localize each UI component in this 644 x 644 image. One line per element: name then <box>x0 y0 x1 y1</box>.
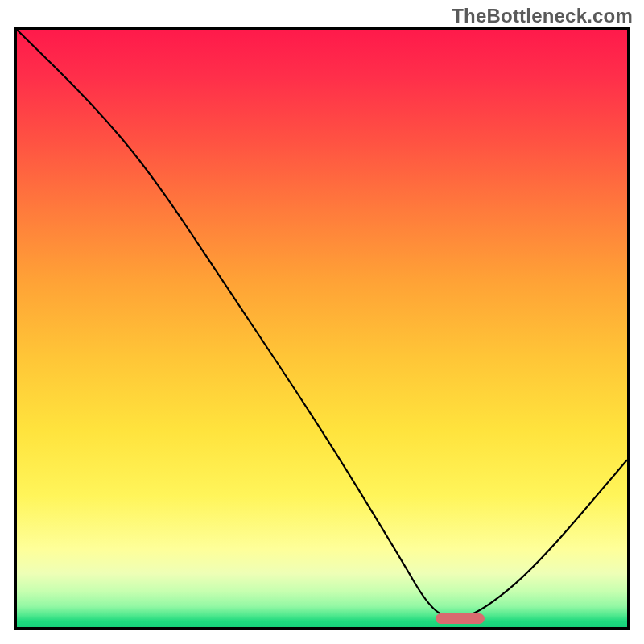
watermark-label: TheBottleneck.com <box>452 5 633 27</box>
plot-frame <box>14 27 630 630</box>
curve-path <box>17 30 627 617</box>
optimal-marker <box>436 613 485 624</box>
chart-container: TheBottleneck.com <box>0 0 644 644</box>
bottleneck-curve <box>17 30 627 627</box>
